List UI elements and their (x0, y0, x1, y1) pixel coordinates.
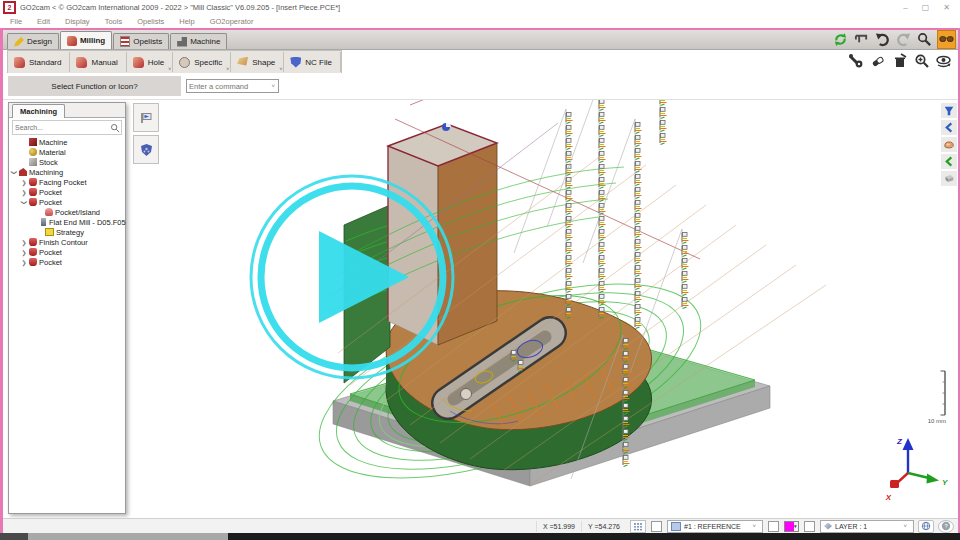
tree-item-finish-contour[interactable]: ❯Finish Contour (9, 237, 125, 247)
specific-icon (179, 57, 190, 68)
chevron-left-green-icon[interactable] (941, 154, 957, 169)
shield-icon (140, 143, 153, 157)
glasses-icon[interactable] (937, 30, 956, 49)
zoom-plus-icon[interactable] (913, 52, 930, 69)
expander-icon[interactable]: ❯ (21, 259, 27, 266)
toolpath-point-flag-icon (635, 253, 642, 264)
menu-opelists[interactable]: Opelists (137, 17, 164, 26)
expander-icon[interactable]: ❯ (21, 199, 28, 205)
tree-item-stock[interactable]: Stock (9, 157, 125, 167)
tab-design[interactable]: Design (7, 33, 59, 49)
expander-icon[interactable]: ❯ (11, 169, 18, 175)
chevron-down-icon[interactable]: ˅ (168, 67, 171, 72)
tab-machining[interactable]: Machining (12, 104, 65, 118)
flag-icon (139, 111, 153, 125)
tab-label: Machine (190, 37, 220, 46)
menu-help[interactable]: Help (179, 17, 194, 26)
part-icon[interactable] (941, 137, 957, 152)
toolpath-point-flag-icon (599, 295, 606, 306)
stock-icon[interactable] (941, 171, 957, 186)
tree-item-flat-end-mill-d05-f05[interactable]: Flat End Mill - D05.F05 (9, 217, 125, 227)
redo-icon[interactable] (895, 31, 912, 48)
tool-shield-button[interactable] (133, 135, 159, 164)
shape-button[interactable]: Shape˅ (231, 52, 284, 72)
scale-bar: 10 mm (928, 371, 946, 424)
expander-icon[interactable]: ❯ (21, 189, 27, 196)
tab-milling[interactable]: Milling (60, 31, 112, 49)
flag-window-button[interactable] (133, 103, 159, 132)
reference-combobox[interactable]: #1 : REFERENCE ˅ (667, 520, 763, 533)
chevron-down-icon[interactable]: ˅ (279, 67, 282, 72)
tree-item-machining[interactable]: ❯Machining (9, 167, 125, 177)
expander-icon[interactable]: ❯ (21, 179, 27, 186)
tree-item-pocket[interactable]: ❯Pocket (9, 257, 125, 267)
grid-icon[interactable] (630, 520, 646, 533)
layer-checkbox[interactable] (804, 521, 815, 532)
tree-item-material[interactable]: Material (9, 147, 125, 157)
toolpath-point-flag-icon (599, 139, 606, 150)
toolpath-point-flag-icon (599, 243, 606, 254)
reference-checkbox[interactable] (651, 521, 662, 532)
eraser-icon[interactable] (869, 52, 886, 69)
tree-item-machine[interactable]: Machine (9, 137, 125, 147)
toolpath-point-flag-icon (682, 298, 689, 309)
toolpath-point-flag-icon (599, 100, 606, 111)
maximize-icon[interactable]: ▢ (922, 3, 930, 12)
specific-button[interactable]: Specific˅ (173, 52, 231, 72)
viewport-3d[interactable]: 10 mm Z Y X (3, 99, 958, 534)
hole-button[interactable]: Hole˅ (127, 52, 173, 72)
machining-panel: Machining MachineMaterialStock❯Machining… (8, 102, 126, 514)
toolpath-point-flag-icon (635, 175, 642, 186)
filter-icon[interactable] (941, 103, 957, 118)
chevron-left-blue-icon[interactable] (941, 120, 957, 135)
tree-item-pocket[interactable]: ❯Pocket (9, 187, 125, 197)
command-input[interactable] (187, 82, 271, 91)
tab-machine[interactable]: Machine (170, 33, 227, 49)
expander-icon[interactable]: ❯ (21, 239, 27, 246)
refresh-icon[interactable] (832, 31, 849, 48)
chevron-down-icon[interactable]: ˅ (271, 83, 278, 89)
minimize-icon[interactable]: – (903, 3, 907, 12)
toolpath-point-flag-icon (599, 113, 606, 124)
close-icon[interactable]: ✕ (943, 3, 950, 12)
expander-icon[interactable]: ❯ (21, 249, 27, 256)
menu-edit[interactable]: Edit (37, 17, 50, 26)
globe-icon[interactable] (918, 520, 934, 533)
trash-pencil-icon[interactable] (891, 52, 908, 69)
menu-file[interactable]: File (10, 17, 22, 26)
menu-go2operator[interactable]: GO2operator (210, 17, 254, 26)
layer-combobox[interactable]: LAYER : 1 ˅ (820, 520, 914, 533)
nc-file-button[interactable]: NC File (284, 52, 341, 72)
menu-display[interactable]: Display (65, 17, 90, 26)
tree-item-pocket[interactable]: ❯Pocket (9, 197, 125, 207)
help-icon[interactable]: ? (938, 520, 954, 533)
video-timeline[interactable] (0, 533, 960, 540)
tab-opelists[interactable]: Opelists (113, 33, 169, 49)
command-combobox[interactable]: ˅ (186, 79, 279, 93)
tree-item-label: Pocket (39, 188, 62, 197)
tree-item-pocket-island[interactable]: Pocket/Island (9, 207, 125, 217)
tree-item-facing-pocket[interactable]: ❯Facing Pocket (9, 177, 125, 187)
standard-button[interactable]: Standard (8, 52, 70, 72)
undo-icon[interactable] (874, 31, 891, 48)
tree-item-strategy[interactable]: Strategy (9, 227, 125, 237)
toolpath-point-flag-icon (635, 188, 642, 199)
caliper-icon[interactable] (853, 31, 870, 48)
tree-item-label: Stock (39, 158, 58, 167)
menu-tools[interactable]: Tools (105, 17, 123, 26)
manual-button[interactable]: Manual (70, 52, 126, 72)
color-checkbox[interactable] (768, 521, 779, 532)
chevron-down-icon[interactable]: ˅ (226, 67, 229, 72)
toolbar-button-label: Standard (29, 58, 61, 67)
tree-search[interactable] (12, 120, 122, 135)
eye-rotate-icon[interactable] (935, 52, 952, 69)
toolpath-point-flag-icon (599, 217, 606, 228)
zoom-icon[interactable] (916, 31, 933, 48)
tools-icon[interactable] (847, 52, 864, 69)
pocket-icon (29, 178, 37, 186)
video-play-button[interactable] (242, 167, 462, 387)
color-swatch[interactable]: ▾ (784, 521, 799, 532)
search-input[interactable] (13, 124, 110, 131)
tree-item-pocket[interactable]: ❯Pocket (9, 247, 125, 257)
play-triangle-icon (319, 231, 409, 323)
